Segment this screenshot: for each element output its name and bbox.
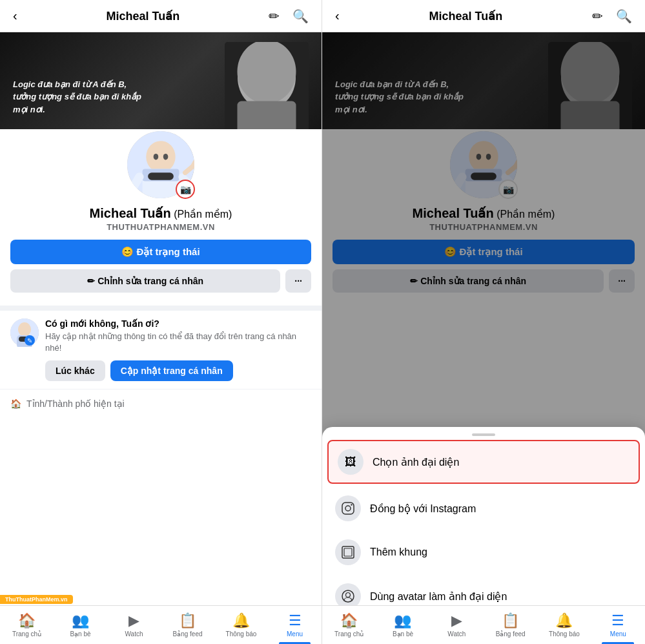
watch-nav-label-r: Watch — [447, 630, 466, 638]
home-nav-label: Trang chủ — [12, 630, 41, 638]
svg-point-4 — [269, 61, 277, 72]
home-nav-icon: 🏠 — [18, 612, 36, 629]
update-desc: Hãy cập nhật những thông tin có thể đã t… — [45, 331, 311, 354]
svg-point-2 — [246, 52, 287, 90]
right-bottom-nav: 🏠 Trang chủ 👥 Bạn bè ▶ Watch 📋 Bảng feed… — [322, 605, 645, 644]
notif-nav-label-r: Thông báo — [549, 630, 580, 638]
sheet-handle — [472, 433, 495, 436]
watch-nav-icon: ▶ — [128, 612, 139, 629]
left-header-title: Micheal Tuấn — [20, 9, 266, 23]
svg-point-3 — [256, 61, 264, 72]
back-button-left[interactable]: ‹ — [10, 6, 20, 26]
location-row: 🏠 Tỉnh/Thành phố hiện tại — [0, 389, 322, 418]
left-profile-section: 📷 Micheal Tuấn (Phần mềm) THUTHUATPHANME… — [0, 129, 322, 306]
sheet-item-add-frame[interactable]: Thêm khung — [322, 530, 645, 574]
right-panel: ‹ Micheal Tuấn ✏ 🔍 Logic đưa bạn đi từ A… — [322, 0, 645, 644]
choose-avatar-label: Chọn ảnh đại diện — [373, 456, 459, 468]
sync-instagram-icon — [335, 495, 361, 521]
menu-nav-label: Menu — [287, 630, 303, 638]
left-panel: ‹ Micheal Tuấn ✏ 🔍 Logic đưa bạn đi từ A… — [0, 0, 322, 644]
home-icon: 🏠 — [10, 399, 21, 409]
friends-nav-label: Bạn bè — [70, 630, 90, 638]
later-btn[interactable]: Lúc khác — [45, 360, 105, 381]
home-nav-icon-r: 🏠 — [340, 612, 358, 629]
watermark-left: ThuThuatPhanMem.vn — [0, 595, 73, 604]
watch-nav-label: Watch — [125, 630, 143, 638]
edit-icon-left[interactable]: ✏ — [266, 6, 282, 26]
svg-point-19 — [18, 322, 31, 337]
update-title: Có gì mới không, Tuấn ơi? — [45, 318, 311, 329]
header-right-icons: ✏ 🔍 — [266, 6, 311, 26]
nav-notif-right[interactable]: 🔔 Thông báo — [537, 606, 591, 644]
nav-feed-left[interactable]: 📋 Bảng feed — [161, 606, 214, 644]
nav-menu-left[interactable]: ☰ Menu — [268, 606, 322, 644]
right-header-title: Micheal Tuấn — [342, 9, 589, 23]
feed-nav-label: Bảng feed — [172, 630, 202, 638]
update-text: Có gì mới không, Tuấn ơi? Hãy cập nhật n… — [45, 318, 311, 381]
set-status-btn-left[interactable]: 😊 Đặt trạng thái — [10, 240, 311, 264]
svg-point-12 — [154, 154, 159, 160]
friends-nav-icon-r: 👥 — [394, 612, 411, 629]
notif-nav-icon: 🔔 — [232, 612, 250, 629]
svg-point-1 — [238, 45, 296, 110]
left-header: ‹ Micheal Tuấn ✏ 🔍 — [0, 0, 322, 32]
sheet-item-choose-avatar[interactable]: 🖼 Chọn ảnh đại diện — [327, 440, 640, 484]
svg-rect-11 — [148, 172, 174, 180]
nav-friends-left[interactable]: 👥 Bạn bè — [54, 606, 107, 644]
svg-point-42 — [345, 506, 351, 511]
nav-home-right[interactable]: 🏠 Trang chủ — [322, 606, 376, 644]
camera-avatar-btn-left-highlighted[interactable]: 📷 — [176, 180, 195, 199]
search-icon-left[interactable]: 🔍 — [290, 6, 311, 26]
left-action-buttons: 😊 Đặt trạng thái ✏ Chỉnh sửa trang cá nh… — [10, 240, 311, 299]
svg-point-8 — [146, 141, 175, 172]
menu-nav-label-r: Menu — [610, 630, 626, 638]
edit-icon-right[interactable]: ✏ — [589, 6, 606, 26]
left-scroll-area: Logic đưa bạn đi từ A đến B, tưởng tượng… — [0, 32, 322, 605]
nav-friends-right[interactable]: 👥 Bạn bè — [376, 606, 429, 644]
feed-nav-icon: 📋 — [179, 612, 196, 629]
friends-nav-icon: 👥 — [72, 612, 89, 629]
left-profile-subtitle: THUTHUATPHANMEM.VN — [107, 222, 215, 232]
update-avatar: ✎ — [10, 318, 39, 347]
update-actions: Lúc khác Cập nhật trang cá nhân — [45, 360, 311, 381]
update-profile-btn[interactable]: Cập nhật trang cá nhân — [110, 360, 233, 381]
notif-nav-label: Thông báo — [226, 630, 257, 638]
right-header-icons: ✏ 🔍 — [589, 6, 635, 26]
add-frame-icon — [335, 539, 361, 565]
left-avatar-container: 📷 — [125, 129, 196, 200]
svg-point-13 — [163, 154, 169, 160]
friends-nav-label-r: Bạn bè — [393, 630, 413, 638]
sheet-item-sync-instagram[interactable]: Đồng bộ với Instagram — [322, 486, 645, 530]
nav-watch-right[interactable]: ▶ Watch — [430, 606, 484, 644]
add-frame-label: Thêm khung — [370, 546, 427, 558]
back-button-right[interactable]: ‹ — [333, 6, 342, 26]
svg-point-47 — [346, 593, 351, 597]
nav-watch-left[interactable]: ▶ Watch — [107, 606, 161, 644]
use-avatar-label: Dùng avatar làm ảnh đại diện — [370, 590, 507, 603]
feed-nav-label-r: Bảng feed — [496, 630, 526, 638]
feed-nav-icon-r: 📋 — [502, 612, 519, 629]
nav-menu-right[interactable]: ☰ Menu — [591, 606, 645, 644]
choose-avatar-icon: 🖼 — [338, 449, 363, 475]
menu-nav-icon: ☰ — [289, 612, 302, 629]
notif-nav-icon-r: 🔔 — [555, 612, 573, 629]
menu-nav-icon-r: ☰ — [611, 612, 624, 629]
nav-feed-right[interactable]: 📋 Bảng feed — [484, 606, 537, 644]
edit-profile-btn-left[interactable]: ✏ Chỉnh sửa trang cá nhân — [10, 269, 280, 293]
nav-home-left[interactable]: 🏠 Trang chủ — [0, 606, 54, 644]
more-btn-left[interactable]: ··· — [285, 269, 311, 293]
watch-nav-icon-r: ▶ — [451, 612, 462, 629]
home-nav-label-r: Trang chủ — [334, 630, 363, 638]
right-panel-content: Logic đưa bạn đi từ A đến B, tưởng tượng… — [322, 32, 645, 644]
left-bottom-nav: 🏠 Trang chủ 👥 Bạn bè ▶ Watch 📋 Bảng feed… — [0, 605, 322, 644]
update-card: ✎ Có gì mới không, Tuấn ơi? Hãy cập nhật… — [0, 306, 322, 389]
location-text: Tỉnh/Thành phố hiện tại — [26, 399, 125, 409]
svg-rect-5 — [256, 78, 278, 83]
right-header: ‹ Micheal Tuấn ✏ 🔍 — [322, 0, 645, 32]
left-profile-name: Micheal Tuấn (Phần mềm) — [90, 205, 232, 221]
btn-row-left: ✏ Chỉnh sửa trang cá nhân ··· — [10, 269, 311, 293]
nav-notif-left[interactable]: 🔔 Thông báo — [214, 606, 268, 644]
cover-quote-text-left: Logic đưa bạn đi từ A đến B, tưởng tượng… — [13, 78, 142, 116]
svg-point-43 — [351, 504, 352, 505]
search-icon-right[interactable]: 🔍 — [613, 6, 635, 26]
